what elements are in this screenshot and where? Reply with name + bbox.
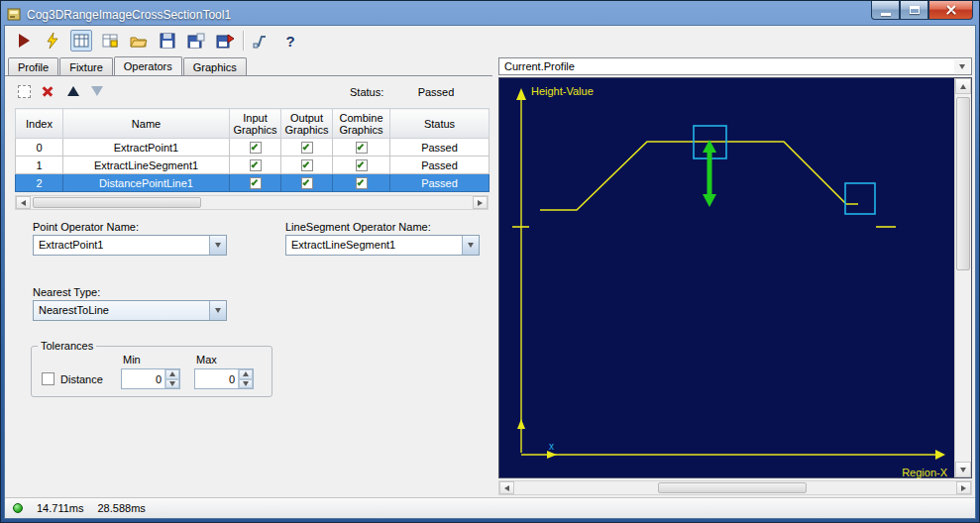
scroll-right-button[interactable]: [473, 196, 488, 209]
spin-up-button[interactable]: [165, 369, 179, 379]
nearest-type-combobox[interactable]: NearestToLine: [33, 300, 227, 321]
col-output-graphics[interactable]: Output Graphics: [281, 109, 333, 139]
minimize-button[interactable]: [871, 1, 900, 20]
profile-plot[interactable]: Height-Value x Region-X: [499, 78, 958, 483]
check-icon: [357, 160, 364, 167]
cell-name: ExtractPoint1: [63, 139, 230, 157]
execution-time: 14.711ms: [37, 502, 84, 514]
cell-status: Passed: [390, 174, 490, 192]
chevron-down-icon: [215, 308, 221, 313]
electric-run-button[interactable]: [42, 30, 63, 52]
dropdown-button[interactable]: [209, 236, 226, 255]
status-bar: 14.711ms 28.588ms: [5, 497, 975, 518]
toolbar-separator: [243, 31, 244, 51]
import-button[interactable]: [214, 30, 236, 52]
table-hscrollbar[interactable]: [15, 195, 489, 210]
scroll-up-button[interactable]: [955, 78, 971, 94]
move-down-button[interactable]: [88, 82, 106, 100]
combobox-value: ExtractPoint1: [39, 239, 103, 251]
save-as-button[interactable]: [185, 30, 207, 52]
open-file-button[interactable]: [128, 30, 150, 52]
show-result-grid-button[interactable]: [70, 30, 92, 52]
result-marker-box[interactable]: [845, 183, 875, 214]
cell-input-checkbox[interactable]: [230, 174, 281, 192]
cell-input-checkbox[interactable]: [230, 139, 281, 157]
cell-output-checkbox[interactable]: [281, 174, 333, 192]
cell-index: 1: [16, 157, 63, 174]
spin-up-button[interactable]: [239, 369, 253, 379]
hscroll-thumb[interactable]: [33, 197, 201, 208]
triangle-right-icon: [961, 485, 966, 491]
profile-segment: [540, 142, 858, 210]
max-input[interactable]: [197, 369, 235, 388]
triangle-up-icon: [243, 371, 249, 376]
delete-icon: [42, 85, 54, 97]
col-index[interactable]: Index: [16, 109, 63, 139]
profile-record-selector[interactable]: Current.Profile: [498, 57, 972, 75]
tab-graphics[interactable]: Graphics: [183, 57, 247, 75]
nearest-type-label: Nearest Type:: [33, 286, 100, 298]
app-window: Cog3DRangeImageCrossSectionTool1: [0, 0, 980, 523]
add-operator-button[interactable]: [15, 82, 33, 100]
tab-operators[interactable]: Operators: [114, 56, 182, 76]
import-icon: [216, 33, 234, 49]
combobox-value: NearestToLine: [39, 304, 109, 316]
min-spinner[interactable]: [121, 368, 180, 389]
chart-vscrollbar[interactable]: [954, 78, 971, 477]
grid-settings-button[interactable]: [99, 30, 121, 52]
dropdown-button[interactable]: [462, 236, 479, 255]
max-spinner[interactable]: [194, 368, 254, 389]
run-status-led-icon: [13, 503, 23, 513]
col-combine-graphics[interactable]: Combine Graphics: [333, 109, 390, 139]
operators-tab-page: Status: Passed Index Name Input Graphics…: [5, 75, 492, 497]
tab-fixture[interactable]: Fixture: [59, 57, 113, 75]
save-button[interactable]: [157, 30, 178, 52]
help-button[interactable]: ?: [279, 30, 301, 52]
chart-hscrollbar[interactable]: [498, 480, 972, 495]
scroll-down-button[interactable]: [955, 462, 971, 477]
measure-icon: [253, 33, 271, 49]
move-up-button[interactable]: [64, 82, 82, 100]
cell-combine-checkbox[interactable]: [333, 157, 390, 174]
max-label: Max: [196, 354, 217, 366]
cell-combine-checkbox[interactable]: [333, 174, 390, 192]
triangle-right-icon: [478, 200, 483, 206]
cell-input-checkbox[interactable]: [230, 157, 281, 174]
distance-arrowhead-icon: [703, 194, 716, 207]
delete-operator-button[interactable]: [39, 82, 56, 100]
col-status[interactable]: Status: [390, 109, 490, 139]
scroll-right-button[interactable]: [956, 481, 971, 494]
measure-tool-button[interactable]: [251, 30, 272, 52]
spin-down-button[interactable]: [165, 379, 179, 389]
point-operator-combobox[interactable]: ExtractPoint1: [33, 235, 227, 256]
table-row-selected[interactable]: 2 DistancePointLine1 Passed: [16, 174, 490, 192]
distance-checkbox[interactable]: [42, 372, 54, 385]
arrow-down-icon: [91, 86, 103, 96]
triangle-down-icon: [169, 381, 175, 386]
table-row[interactable]: 1 ExtractLineSegment1 Passed: [16, 157, 490, 174]
col-input-graphics[interactable]: Input Graphics: [230, 109, 281, 139]
cell-output-checkbox[interactable]: [281, 139, 333, 157]
help-icon: ?: [285, 33, 294, 50]
profile-display[interactable]: Height-Value x Region-X: [498, 77, 972, 478]
close-button[interactable]: [928, 1, 973, 20]
maximize-icon: [910, 6, 920, 14]
scroll-left-button[interactable]: [16, 196, 31, 209]
run-tool-button[interactable]: [13, 30, 35, 52]
linesegment-operator-combobox[interactable]: ExtractLineSegment1: [285, 235, 480, 256]
cell-combine-checkbox[interactable]: [333, 139, 390, 157]
main-toolbar: ?: [5, 26, 975, 55]
cell-output-checkbox[interactable]: [281, 157, 333, 174]
dropdown-button[interactable]: [209, 301, 226, 320]
scroll-left-button[interactable]: [499, 481, 514, 494]
linesegment-operator-label: LineSegment Operator Name:: [285, 221, 431, 233]
tab-profile[interactable]: Profile: [8, 57, 58, 75]
maximize-button[interactable]: [900, 1, 928, 20]
spin-down-button[interactable]: [239, 379, 253, 389]
dropdown-button[interactable]: [954, 59, 970, 73]
vscroll-thumb[interactable]: [956, 97, 970, 270]
table-row[interactable]: 0 ExtractPoint1 Passed: [16, 139, 490, 157]
min-input[interactable]: [124, 369, 162, 388]
hscroll-thumb[interactable]: [658, 482, 807, 493]
col-name[interactable]: Name: [63, 109, 230, 139]
